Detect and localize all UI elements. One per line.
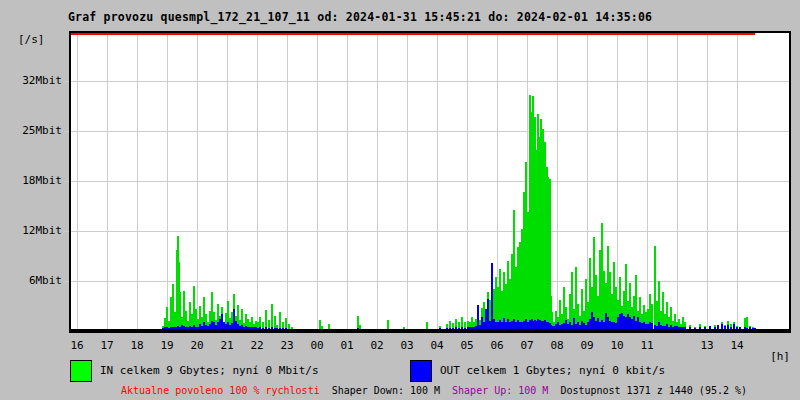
hour-tick-label: 21 <box>216 340 238 352</box>
traffic-chart-canvas <box>71 33 789 331</box>
rate-tick-label: 12Mbit <box>12 224 62 237</box>
hour-tick-label: 03 <box>396 340 418 352</box>
hour-tick-label: 04 <box>426 340 448 352</box>
legend-out-label: OUT celkem 1 Gbytes; nyní 0 kbit/s <box>440 360 665 382</box>
chart-frame <box>69 31 791 333</box>
y-tick-mark <box>64 231 69 232</box>
hour-tick-label: 02 <box>366 340 388 352</box>
traffic-graph-page: { "header": { "title": "Graf provozu que… <box>0 0 800 400</box>
y-tick-mark <box>64 281 69 282</box>
allowed-speed-text: Aktualne povoleno 100 % rychlosti <box>121 385 320 397</box>
hour-tick-label: 13 <box>696 340 718 352</box>
rate-tick-label: 6Mbit <box>12 274 62 287</box>
availability-text: Dostupnost 1371 z 1440 (95.2 %) <box>560 385 747 397</box>
hour-tick-label: 06 <box>486 340 508 352</box>
hour-tick-label: 07 <box>516 340 538 352</box>
hour-tick-label: 10 <box>606 340 628 352</box>
rate-tick-label: 18Mbit <box>12 174 62 187</box>
hour-tick-label: 00 <box>306 340 328 352</box>
hour-tick-label: 05 <box>456 340 478 352</box>
y-axis-unit-label: [/s] <box>18 33 45 46</box>
hour-tick-label: 09 <box>576 340 598 352</box>
y-tick-mark <box>64 181 69 182</box>
hour-tick-label: 11 <box>636 340 658 352</box>
hour-tick-label: 08 <box>546 340 568 352</box>
legend-in-swatch <box>70 360 92 382</box>
legend-out-swatch <box>410 360 432 382</box>
y-tick-mark <box>64 131 69 132</box>
hour-tick-label: 20 <box>186 340 208 352</box>
footer-status-row: Aktualne povoleno 100 % rychlosti Shaper… <box>121 385 747 397</box>
hour-tick-label: 22 <box>246 340 268 352</box>
hour-tick-label: 14 <box>726 340 748 352</box>
shaper-down-text: Shaper Down: 100 M <box>332 385 440 397</box>
y-tick-mark <box>64 81 69 82</box>
hour-tick-label: 18 <box>126 340 148 352</box>
hour-tick-label: 01 <box>336 340 358 352</box>
legend-in-label: IN celkem 9 Gbytes; nyní 0 Mbit/s <box>100 360 319 382</box>
hour-tick-label: 19 <box>156 340 178 352</box>
shaper-up-text: Shaper Up: 100 M <box>452 385 548 397</box>
rate-tick-label: 25Mbit <box>12 124 62 137</box>
hour-tick-label: 17 <box>96 340 118 352</box>
graph-title: Graf provozu quesmpl_172_21_107_11 od: 2… <box>68 10 652 24</box>
x-axis-unit-label: [h] <box>762 350 790 363</box>
hour-tick-label: 16 <box>66 340 88 352</box>
rate-tick-label: 32Mbit <box>12 74 62 87</box>
hour-tick-label: 23 <box>276 340 298 352</box>
